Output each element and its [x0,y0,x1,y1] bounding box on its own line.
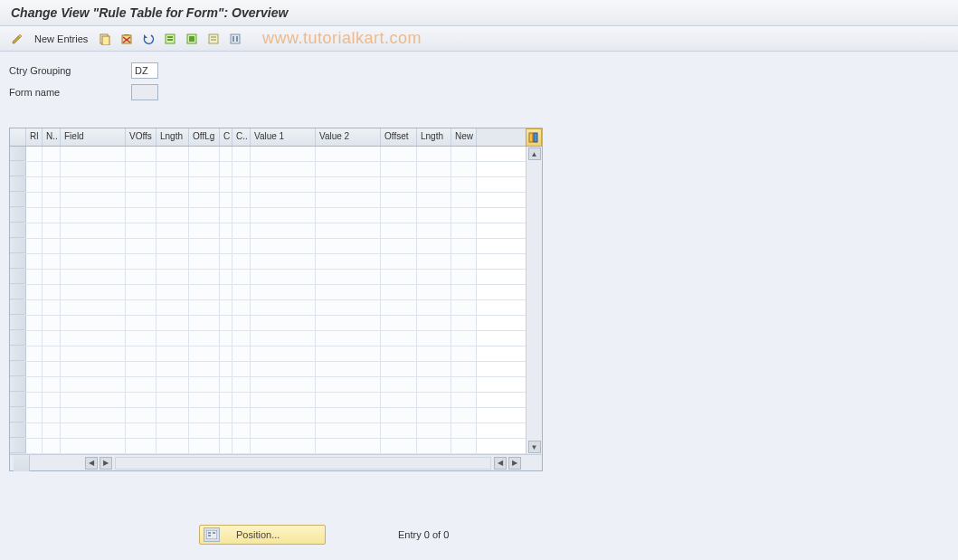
table-cell[interactable] [451,346,477,361]
table-row[interactable] [10,147,526,162]
table-cell[interactable] [189,254,220,269]
table-cell[interactable] [451,331,477,346]
table-cell[interactable] [451,162,477,176]
table-cell[interactable] [189,362,220,376]
row-selector[interactable] [10,377,26,392]
table-cell[interactable] [251,193,316,207]
table-cell[interactable] [61,162,126,176]
table-row[interactable] [10,408,526,423]
table-cell[interactable] [451,393,477,407]
table-cell[interactable] [189,223,220,238]
table-cell[interactable] [126,300,157,315]
table-cell[interactable] [417,162,451,176]
new-entries-button[interactable]: New Entries [31,33,91,44]
table-cell[interactable] [232,239,251,253]
position-button[interactable]: Position... [199,525,326,545]
table-cell[interactable] [417,285,451,299]
table-cell[interactable] [251,285,316,299]
table-cell[interactable] [316,331,381,346]
table-row[interactable] [10,300,526,316]
table-row[interactable] [10,285,526,300]
table-cell[interactable] [220,346,232,361]
scroll-right-icon[interactable]: ▶ [100,457,112,470]
table-cell[interactable] [61,423,126,438]
table-cell[interactable] [26,331,43,346]
col-offset[interactable]: Offset [381,128,417,146]
table-cell[interactable] [232,300,251,315]
scroll-right-end-icon[interactable]: ▶ [508,457,521,470]
table-cell[interactable] [43,393,61,407]
table-cell[interactable] [189,377,220,392]
table-cell[interactable] [126,270,157,284]
table-cell[interactable] [451,193,477,207]
col-voffs[interactable]: VOffs [126,128,157,146]
table-cell[interactable] [26,439,43,453]
table-cell[interactable] [451,147,477,161]
table-cell[interactable] [189,393,220,407]
table-cell[interactable] [61,208,126,223]
table-cell[interactable] [61,147,126,161]
table-cell[interactable] [316,316,381,330]
table-cell[interactable] [251,316,316,330]
table-cell[interactable] [316,208,381,223]
row-selector[interactable] [10,300,26,315]
table-cell[interactable] [157,162,189,176]
table-cell[interactable] [157,408,189,422]
table-cell[interactable] [220,223,232,238]
table-cell[interactable] [43,193,61,207]
table-cell[interactable] [417,147,451,161]
table-row[interactable] [10,177,526,193]
table-cell[interactable] [316,254,381,269]
table-cell[interactable] [157,270,189,284]
horizontal-scrollbar[interactable]: ◀ ▶ ◀ ▶ [10,454,542,470]
table-cell[interactable] [381,223,417,238]
table-cell[interactable] [220,239,232,253]
table-cell[interactable] [232,331,251,346]
table-cell[interactable] [220,423,232,438]
table-cell[interactable] [417,254,451,269]
col-lngth2[interactable]: Lngth [417,128,451,146]
row-selector[interactable] [10,193,26,207]
table-cell[interactable] [189,147,220,161]
row-selector[interactable] [10,285,26,299]
table-cell[interactable] [451,423,477,438]
table-cell[interactable] [157,393,189,407]
table-cell[interactable] [220,254,232,269]
toggle-display-change-icon[interactable] [9,31,25,47]
table-cell[interactable] [220,193,232,207]
table-cell[interactable] [126,393,157,407]
table-cell[interactable] [251,254,316,269]
deselect-all-icon[interactable] [205,31,222,47]
table-cell[interactable] [61,393,126,407]
table-cell[interactable] [232,223,251,238]
scroll-down-icon[interactable]: ▼ [528,441,541,453]
table-cell[interactable] [126,408,157,422]
col-value1[interactable]: Value 1 [251,128,316,146]
table-cell[interactable] [232,208,251,223]
table-cell[interactable] [316,346,381,361]
table-cell[interactable] [251,331,316,346]
delete-icon[interactable] [119,31,135,47]
table-cell[interactable] [451,362,477,376]
table-cell[interactable] [26,300,43,315]
table-cell[interactable] [157,346,189,361]
table-cell[interactable] [381,270,417,284]
table-cell[interactable] [26,208,43,223]
table-cell[interactable] [220,147,232,161]
table-row[interactable] [10,377,526,393]
table-cell[interactable] [381,177,417,192]
row-selector[interactable] [10,439,26,453]
table-cell[interactable] [189,316,220,330]
row-selector[interactable] [10,270,26,284]
table-cell[interactable] [189,239,220,253]
copy-as-icon[interactable] [97,31,113,47]
table-cell[interactable] [316,223,381,238]
table-cell[interactable] [251,439,316,453]
table-cell[interactable] [126,223,157,238]
table-row[interactable] [10,393,526,408]
table-cell[interactable] [126,423,157,438]
table-cell[interactable] [381,408,417,422]
table-cell[interactable] [316,423,381,438]
table-cell[interactable] [381,439,417,453]
table-cell[interactable] [417,393,451,407]
